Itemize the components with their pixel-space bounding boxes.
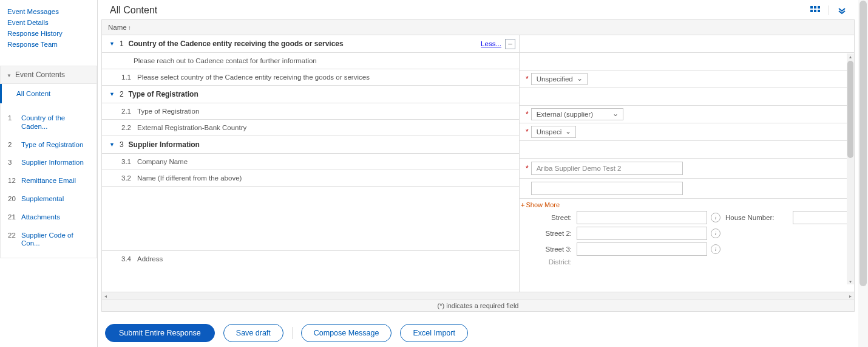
compose-message-button[interactable]: Compose Message [301,324,392,342]
toc-label: Attachments [21,213,60,222]
bank-country-select[interactable]: Unspecified [531,126,576,138]
toc-label: Type of Registration [21,141,83,149]
scroll-down-icon[interactable]: ▾ [847,278,854,284]
toc-num: 3 [7,159,21,167]
svg-rect-5 [818,10,820,12]
question-row: 3.1 Company Name [102,154,519,170]
svg-rect-4 [814,10,816,12]
event-contents-panel: Event Contents All Content 1Country of t… [0,66,97,258]
info-icon[interactable]: i [711,244,721,254]
house-number-input[interactable] [793,211,854,224]
toc-num: 2 [7,141,21,149]
main-panel: All Content Name ↑ [98,0,858,347]
toc-num: 12 [7,177,21,185]
questions-column: ▼ 1 Country of the Cadence entity receiv… [102,35,520,292]
required-icon: * [526,128,529,136]
question-label: Name (If different from the above) [137,174,512,182]
question-row: 2.1 Type of Registration [102,103,519,120]
page-scroll-thumb[interactable] [860,1,867,286]
toc-item[interactable]: 20Supplemental [7,190,90,208]
collapse-icon: ▼ [109,91,115,97]
excel-import-button[interactable]: Excel Import [400,324,467,342]
collapse-icon: ▼ [109,41,115,47]
horizontal-scrollbar[interactable]: ◂ ▸ [101,292,855,300]
section-title: Type of Registration [129,90,198,98]
scroll-up-icon[interactable]: ▴ [847,53,854,60]
registration-type-select[interactable]: External (supplier) [531,108,623,120]
question-label: Address [137,255,512,263]
info-icon[interactable]: i [711,228,721,238]
info-icon[interactable]: i [711,213,721,222]
toc-item[interactable]: 2Type of Registration [7,136,90,154]
toc-label: Supplier Information [21,159,84,167]
vertical-scrollbar[interactable]: ▴ ▾ [847,53,854,284]
expand-all-icon[interactable] [838,6,846,15]
question-number: 2.2 [121,124,137,131]
street-input[interactable] [577,211,707,224]
country-select[interactable]: Unspecified [531,73,588,85]
section-3-header[interactable]: ▼ 3 Supplier Information [102,136,519,154]
section-number: 2 [120,90,124,98]
less-link[interactable]: Less... [481,40,501,47]
link-event-details[interactable]: Event Details [7,17,90,28]
question-label: External Registration-Bank Country [137,124,512,131]
submit-button[interactable]: Submit Entire Response [105,324,215,342]
section-number: 3 [120,140,124,149]
section-2-header[interactable]: ▼ 2 Type of Registration [102,86,519,103]
section-1-info-text: Please reach out to Cadence contact for … [102,53,519,69]
street3-label: Street 3: [523,246,573,253]
street2-input[interactable] [577,227,707,240]
link-response-team[interactable]: Response Team [7,39,90,50]
collapse-button[interactable]: – [505,39,515,49]
required-icon: * [526,75,529,83]
toc-all-content[interactable]: All Content [0,84,97,103]
page-title: All Content [110,5,157,16]
grid-settings-icon[interactable] [810,6,820,15]
question-row: 1.1 Please select country of the Cadence… [102,69,519,86]
district-label: District: [523,258,573,266]
content-grid: Name ↑ ▼ 1 Country of the Cadence entity… [101,19,855,312]
grid-header[interactable]: Name ↑ [101,19,855,35]
toc-label: Supplier Code of Con... [21,232,90,249]
action-buttons: Submit Entire Response Save draft Compos… [98,312,858,347]
toc-item[interactable]: 3Supplier Information [7,154,90,172]
alt-name-input[interactable] [531,182,683,195]
svg-rect-1 [814,6,816,9]
street2-label: Street 2: [523,230,573,237]
separator [292,327,293,339]
scroll-thumb[interactable] [847,61,853,158]
question-number: 3.4 [121,255,137,263]
event-contents-header[interactable]: Event Contents [1,66,97,84]
question-label: Type of Registration [137,108,512,115]
section-1-header[interactable]: ▼ 1 Country of the Cadence entity receiv… [102,35,519,53]
street-label: Street: [523,214,573,221]
link-response-history[interactable]: Response History [7,28,90,39]
svg-rect-3 [810,10,813,12]
sort-ascending-icon: ↑ [128,24,131,31]
toc-item[interactable]: 22Supplier Code of Con... [7,227,90,253]
required-icon: * [526,164,529,173]
required-icon: * [526,110,529,119]
company-name-input[interactable] [531,162,683,175]
column-name: Name [108,24,127,31]
toc-item[interactable]: 1Country of the Caden... [7,109,90,136]
toc-item[interactable]: 12Remittance Email [7,172,90,190]
toc-num: 22 [7,232,21,249]
save-draft-button[interactable]: Save draft [223,324,283,342]
street3-input[interactable] [577,242,707,256]
toc-num: 21 [7,213,21,222]
svg-rect-0 [810,6,813,9]
question-row: 2.2 External Registration-Bank Country [102,120,519,136]
question-row: 3.4 Address [102,251,519,267]
question-label: Company Name [137,158,512,165]
toc-label: Remittance Email [21,177,76,185]
show-more-link[interactable]: Show More [521,200,854,211]
page-scrollbar[interactable] [858,0,868,347]
link-event-messages[interactable]: Event Messages [7,6,90,17]
toc-item[interactable]: 21Attachments [7,208,90,227]
scroll-left-icon[interactable]: ◂ [102,292,109,300]
section-title: Supplier Information [129,140,200,149]
required-field-note: (*) indicates a required field [101,300,855,312]
question-number: 3.1 [121,158,137,165]
scroll-right-icon[interactable]: ▸ [847,292,854,300]
